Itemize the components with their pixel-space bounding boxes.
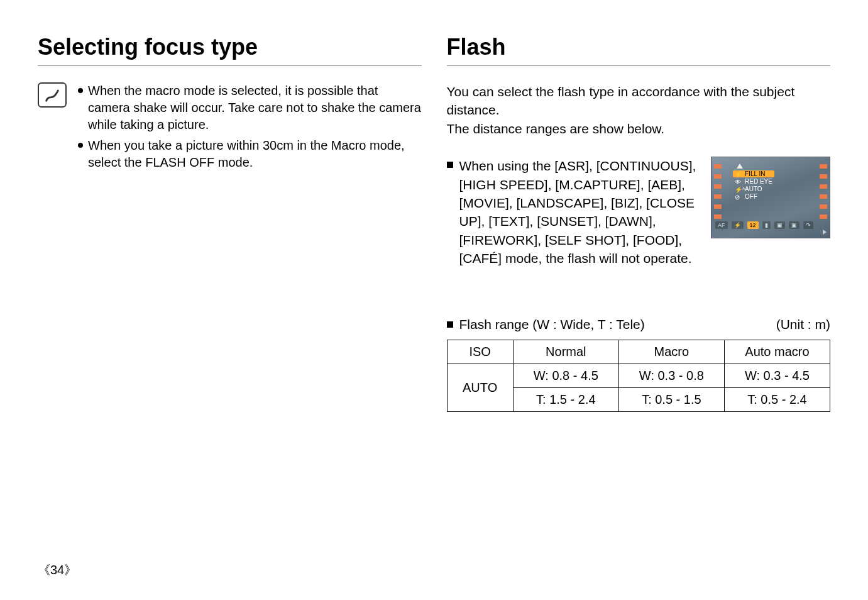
flash-modes-note: When using the [ASR], [CONTINUOUS], [HIG… (459, 157, 703, 267)
left-column: Selecting focus type When the macro mode… (38, 34, 422, 412)
flash-range-label: Flash range (W : Wide, T : Tele) (459, 317, 645, 332)
film-strip-icon (714, 161, 722, 221)
flash-menu-item-fill-in: ⚡ FILL IN (733, 170, 774, 177)
table-header-row: ISO Normal Macro Auto macro (447, 340, 830, 364)
heading-rule (447, 65, 831, 66)
table-cell: T: 0.5 - 2.4 (724, 387, 830, 411)
flash-off-icon: ⊘ (735, 194, 741, 200)
flash-menu-label: OFF (745, 193, 757, 200)
table-cell: W: 0.3 - 4.5 (724, 364, 830, 387)
flash-intro-line: You can select the flash type in accorda… (447, 84, 795, 117)
flash-range-table: ISO Normal Macro Auto macro AUTO W: 0.8 … (447, 340, 831, 412)
chevron-left-icon: 《 (38, 564, 50, 578)
flash-bolt-icon: ⚡ (732, 221, 744, 229)
status-af: AF (715, 221, 728, 229)
flash-menu-item-auto: ⚡ᴬ AUTO (733, 186, 774, 192)
camera-status-bar: AF ⚡ 12 ▮ ▣ ▣ ↷ (711, 220, 830, 230)
table-header: Normal (513, 340, 618, 364)
table-cell-iso: AUTO (447, 364, 513, 411)
card-icon: ▣ (774, 221, 785, 229)
flash-menu-label: RED EYE (745, 178, 772, 185)
flash-menu-item-red-eye: 👁 RED EYE (733, 178, 774, 185)
flash-menu: ⚡ FILL IN 👁 RED EYE ⚡ᴬ AUTO ⊘ OFF (733, 164, 774, 201)
chevron-up-icon (737, 164, 743, 169)
flash-intro: You can select the flash type in accorda… (447, 82, 831, 138)
bullet-dot-icon (78, 143, 83, 148)
table-header: Macro (618, 340, 724, 364)
heading-flash: Flash (447, 34, 831, 60)
table-cell: W: 0.3 - 0.8 (618, 364, 724, 387)
right-column: Flash You can select the flash type in a… (447, 34, 831, 412)
note-bullet-text: When the macro mode is selected, it is p… (88, 82, 422, 133)
battery-icon: ▮ (762, 221, 771, 229)
flash-menu-label: FILL IN (745, 170, 765, 177)
flash-range-unit: (Unit : m) (776, 317, 830, 332)
film-strip-icon (820, 161, 827, 221)
square-bullet-icon (447, 321, 453, 328)
chevron-right-icon: 》 (64, 564, 77, 578)
table-cell: T: 1.5 - 2.4 (513, 387, 618, 411)
note-bullet: When the macro mode is selected, it is p… (78, 82, 422, 133)
camera-lcd-preview: ⚡ FILL IN 👁 RED EYE ⚡ᴬ AUTO ⊘ OFF (711, 157, 830, 238)
table-header: Auto macro (724, 340, 830, 364)
table-row: AUTO W: 0.8 - 4.5 W: 0.3 - 0.8 W: 0.3 - … (447, 364, 830, 387)
table-cell: T: 0.5 - 1.5 (618, 387, 724, 411)
quality-icon: ▣ (789, 221, 799, 229)
page-number: 《34》 (38, 562, 77, 579)
heading-rule (38, 65, 422, 66)
flash-menu-item-off: ⊘ OFF (733, 193, 774, 200)
page-number-value: 34 (50, 563, 64, 577)
note-bullet-text: When you take a picture within 30cm in t… (88, 137, 422, 171)
note-icon (38, 82, 67, 108)
square-bullet-icon (447, 162, 453, 168)
note-bullet-list: When the macro mode is selected, it is p… (78, 82, 422, 175)
flash-bolt-icon: ⚡ (735, 171, 741, 177)
note-bullet: When you take a picture within 30cm in t… (78, 137, 422, 171)
heading-selecting-focus-type: Selecting focus type (38, 34, 422, 60)
flash-auto-icon: ⚡ᴬ (735, 186, 741, 192)
status-shots-remaining: 12 (747, 221, 759, 229)
timer-icon: ↷ (803, 221, 813, 229)
table-cell: W: 0.8 - 4.5 (513, 364, 618, 387)
table-header: ISO (447, 340, 513, 364)
flash-intro-line: The distance ranges are show below. (447, 121, 665, 136)
eye-icon: 👁 (735, 179, 741, 185)
bullet-dot-icon (78, 88, 83, 93)
flash-menu-label: AUTO (745, 186, 762, 192)
